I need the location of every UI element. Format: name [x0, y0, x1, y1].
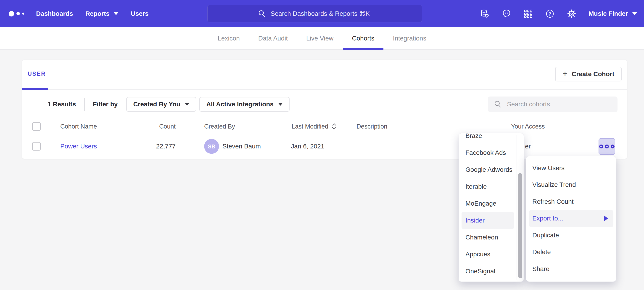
more-dot-icon [605, 144, 609, 149]
help-icon[interactable]: ? [545, 9, 555, 19]
more-dot-icon [599, 144, 603, 149]
cohort-search-input[interactable] [506, 100, 612, 108]
menu-item-export-to[interactable]: Export to... [529, 210, 614, 227]
tab-data-audit[interactable]: Data Audit [258, 27, 288, 49]
active-tab-underline [22, 88, 48, 90]
export-destinations-list: Braze Facebook Ads Google Adwords Iterab… [459, 133, 524, 280]
project-name: Music Finder [588, 10, 628, 17]
logo-dot-medium [16, 12, 20, 15]
search-icon [258, 10, 266, 18]
logo-dot-large [9, 11, 14, 17]
toolbar-divider [84, 98, 85, 111]
menu-item-view-users[interactable]: View Users [526, 160, 616, 177]
tab-user-cohorts[interactable]: USER [28, 70, 46, 77]
cohort-name-link[interactable]: Power Users [60, 143, 97, 150]
cohorts-panel: USER + Create Cohort 1 Results Filter by… [22, 60, 627, 159]
mixpanel-dots-logo[interactable] [9, 11, 24, 17]
app-screen: Dashboards Reports Users [0, 0, 644, 290]
header-description[interactable]: Description [356, 123, 387, 130]
nav-dashboards[interactable]: Dashboards [36, 10, 73, 17]
logo-dot-small [22, 13, 24, 15]
chevron-down-icon [278, 103, 283, 106]
table-row[interactable]: Power Users 22,777 SB Steven Baum Jan 6,… [22, 134, 627, 159]
svg-text:?: ? [548, 11, 552, 16]
created-by-filter-label: Created By You [133, 101, 180, 108]
row-context-menu: View Users Visualize Trend Refresh Count… [526, 156, 616, 282]
header-cohort-name[interactable]: Cohort Name [60, 123, 97, 130]
submenu-item-facebook-ads[interactable]: Facebook Ads [459, 144, 514, 161]
global-search-bar[interactable] [207, 5, 422, 22]
nav-users[interactable]: Users [131, 10, 149, 17]
nav-dashboards-label: Dashboards [36, 10, 73, 17]
chevron-down-icon [114, 12, 118, 15]
menu-item-visualize-trend[interactable]: Visualize Trend [526, 177, 616, 194]
submenu-item-chameleon[interactable]: Chameleon [459, 229, 514, 246]
search-icon [494, 100, 502, 108]
tab-lexicon[interactable]: Lexicon [218, 27, 240, 49]
submenu-scrollbar-thumb[interactable] [518, 173, 522, 278]
submenu-arrow-icon [604, 215, 608, 221]
create-cohort-button[interactable]: + Create Cohort [555, 67, 622, 81]
results-count: 1 Results [48, 101, 76, 108]
sort-icon [332, 123, 336, 130]
submenu-item-google-adwords[interactable]: Google Adwords [459, 161, 514, 178]
menu-item-duplicate[interactable]: Duplicate [526, 227, 616, 244]
submenu-item-insider[interactable]: Insider [462, 212, 514, 229]
more-dot-icon [611, 144, 614, 149]
cohort-search-bar[interactable] [488, 96, 618, 112]
settings-gear-icon[interactable] [567, 9, 576, 19]
submenu-item-onesignal[interactable]: OneSignal [459, 263, 514, 280]
menu-item-export-to-label: Export to... [532, 215, 563, 222]
nav-reports-label: Reports [86, 10, 110, 17]
created-by-name: Steven Baum [222, 143, 261, 150]
header-count[interactable]: Count [130, 123, 176, 130]
cohort-type-tabs: USER + Create Cohort [22, 60, 627, 90]
table-header-row: Cohort Name Count Created By Last Modifi… [22, 119, 627, 134]
create-cohort-label: Create Cohort [572, 70, 614, 78]
apps-grid-icon[interactable] [524, 9, 533, 19]
last-modified-date: Jan 6, 2021 [291, 143, 324, 150]
project-switcher[interactable]: Music Finder [588, 10, 637, 17]
chevron-down-icon [185, 103, 189, 106]
tab-live-view[interactable]: Live View [306, 27, 334, 49]
export-destinations-submenu: Braze Facebook Ads Google Adwords Iterab… [458, 133, 524, 282]
menu-item-refresh-count[interactable]: Refresh Count [526, 193, 616, 210]
header-your-access[interactable]: Your Access [511, 123, 545, 130]
chevron-down-icon [632, 12, 637, 15]
nav-users-label: Users [131, 10, 149, 17]
tab-integrations[interactable]: Integrations [393, 27, 426, 49]
plus-icon: + [562, 69, 568, 78]
integrations-filter[interactable]: All Active Integrations [199, 97, 290, 112]
row-access-text-fragment: er [525, 143, 531, 150]
submenu-item-braze[interactable]: Braze [459, 133, 514, 144]
header-last-modified[interactable]: Last Modified [292, 123, 336, 130]
data-management-icon[interactable] [480, 9, 490, 19]
nav-reports[interactable]: Reports [86, 10, 118, 17]
integrations-filter-label: All Active Integrations [206, 101, 274, 108]
cohort-count: 22,777 [130, 143, 176, 150]
menu-item-delete[interactable]: Delete [526, 244, 616, 261]
navbar-right-cluster: ? Music Finder [480, 9, 637, 19]
global-search-input[interactable] [270, 10, 372, 18]
cohorts-toolbar: 1 Results Filter by Created By You All A… [22, 90, 627, 119]
tab-cohorts[interactable]: Cohorts [352, 27, 374, 49]
header-last-modified-label: Last Modified [292, 123, 328, 130]
select-all-checkbox[interactable] [32, 122, 41, 130]
menu-item-share[interactable]: Share [526, 260, 616, 277]
feedback-chat-icon[interactable] [502, 9, 511, 19]
submenu-item-moengage[interactable]: MoEngage [459, 195, 514, 212]
top-navbar: Dashboards Reports Users [0, 0, 644, 27]
secondary-nav: Lexicon Data Audit Live View Cohorts Int… [0, 27, 644, 50]
submenu-item-iterable[interactable]: Iterable [459, 178, 514, 195]
created-by-filter[interactable]: Created By You [126, 97, 196, 112]
filter-by-label: Filter by [93, 101, 118, 108]
header-created-by[interactable]: Created By [204, 123, 235, 130]
avatar: SB [204, 139, 219, 154]
primary-nav: Dashboards Reports Users [36, 10, 148, 17]
row-more-actions-button[interactable] [598, 138, 615, 155]
submenu-item-appcues[interactable]: Appcues [459, 246, 514, 263]
row-checkbox[interactable] [32, 142, 41, 151]
